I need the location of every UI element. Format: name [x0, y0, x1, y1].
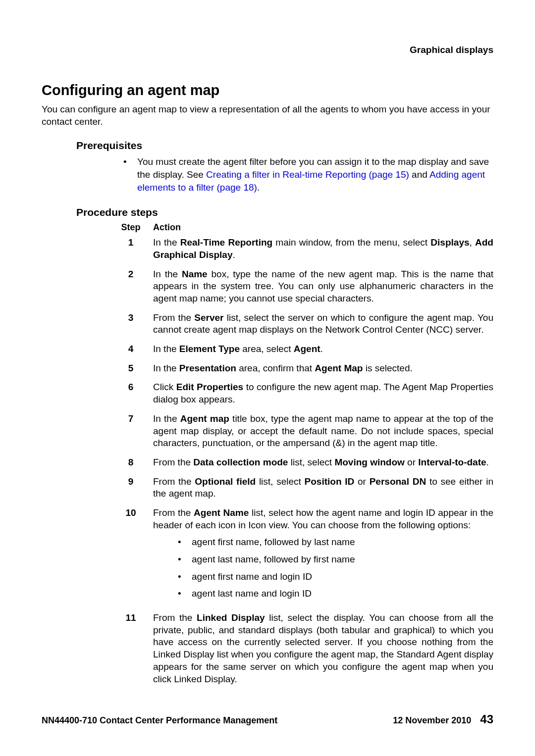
bold-text: Interval-to-date: [418, 457, 486, 467]
bold-text: Agent Name: [194, 507, 249, 518]
text: In the: [153, 344, 179, 354]
bold-text: Personal DN: [370, 476, 426, 487]
text: ,: [470, 237, 476, 248]
list-item: agent last name, followed by first name: [178, 554, 493, 566]
text: Click: [153, 382, 176, 392]
text: list, select the display. You can choose…: [153, 612, 493, 684]
step-row: In the Presentation area, confirm that A…: [108, 362, 493, 375]
step-action: In the Real-Time Reporting main window, …: [153, 237, 493, 261]
step-row: Click Edit Properties to configure the n…: [108, 381, 493, 405]
bold-text: Server: [194, 312, 223, 323]
steps-list: In the Real-Time Reporting main window, …: [108, 237, 493, 685]
bold-text: Element Type: [179, 344, 240, 354]
text: .: [233, 250, 235, 260]
text: is selected.: [363, 363, 412, 373]
step-action: In the Presentation area, confirm that A…: [153, 362, 493, 375]
bold-text: Agent map: [180, 413, 229, 424]
text: main window, from the menu, select: [272, 237, 430, 248]
text: From the: [153, 312, 194, 323]
text: From the: [153, 612, 197, 623]
step-action: From the Data collection mode list, sele…: [153, 456, 493, 469]
link-creating-filter[interactable]: Creating a filter in Real-time Reporting…: [206, 169, 409, 180]
list-item: agent last name and login ID: [178, 588, 493, 600]
text: area, select: [240, 344, 294, 354]
prerequisites-list: You must create the agent filter before …: [42, 155, 493, 194]
bold-text: Displays: [430, 237, 469, 248]
step-row: From the Linked Display list, select the…: [108, 612, 493, 685]
page-footer: NN44400-710 Contact Center Performance M…: [42, 712, 493, 726]
bold-text: Edit Properties: [176, 382, 243, 392]
text: In the: [153, 237, 180, 248]
footer-doc-title: NN44400-710 Contact Center Performance M…: [42, 715, 277, 726]
bold-text: Name: [182, 269, 208, 279]
text: list, select: [256, 476, 304, 487]
intro-paragraph: You can configure an agent map to view a…: [42, 103, 493, 128]
step-action: From the Linked Display list, select the…: [153, 612, 493, 685]
text: area, confirm that: [236, 363, 315, 373]
column-header-step: Step: [108, 222, 153, 233]
text: From the: [153, 507, 194, 518]
bold-text: Agent: [294, 344, 321, 354]
procedure-steps-heading: Procedure steps: [76, 206, 493, 218]
list-item: agent first name and login ID: [178, 571, 493, 583]
text: From the: [153, 457, 193, 467]
page: Graphical displays Configuring an agent …: [0, 0, 535, 756]
step-row: From the Agent Name list, select how the…: [108, 507, 493, 605]
text: or: [405, 457, 418, 467]
bold-text: Position ID: [305, 476, 355, 487]
step-action: In the Element Type area, select Agent.: [153, 343, 493, 355]
bold-text: Optional field: [195, 476, 256, 487]
section-title: Configuring an agent map: [42, 82, 493, 99]
step-row: From the Server list, select the server …: [108, 312, 493, 336]
bold-text: Data collection mode: [193, 457, 288, 467]
text: .: [257, 182, 260, 193]
step-action: In the Agent map title box, type the age…: [153, 413, 493, 450]
text: and: [409, 169, 429, 180]
step-row: In the Real-Time Reporting main window, …: [108, 237, 493, 261]
column-header-action: Action: [153, 222, 493, 233]
list-item: agent first name, followed by last name: [178, 536, 493, 549]
step-action: From the Optional field list, select Pos…: [153, 476, 493, 500]
step-row: In the Name box, type the name of the ne…: [108, 268, 493, 305]
running-header: Graphical displays: [42, 45, 493, 55]
footer-date: 12 November 2010: [393, 715, 471, 726]
text: .: [486, 457, 489, 467]
text: or: [354, 476, 369, 487]
steps-table: Step Action In the Real-Time Reporting m…: [108, 222, 493, 685]
step-row: From the Optional field list, select Pos…: [108, 476, 493, 500]
steps-header-row: Step Action: [108, 222, 493, 233]
footer-page-number: 43: [480, 712, 493, 726]
text: In the: [153, 413, 180, 424]
step-action: Click Edit Properties to configure the n…: [153, 381, 493, 405]
prerequisites-heading: Prerequisites: [76, 140, 493, 151]
text: list, select: [288, 457, 334, 467]
step-action: From the Agent Name list, select how the…: [153, 507, 493, 605]
text: In the: [153, 363, 179, 373]
step-row: In the Agent map title box, type the age…: [108, 413, 493, 450]
list-item: You must create the agent filter before …: [123, 155, 493, 194]
bold-text: Agent Map: [315, 363, 363, 373]
step-action: In the Name box, type the name of the ne…: [153, 268, 493, 305]
bold-text: Real-Time Reporting: [180, 237, 272, 248]
bold-text: Presentation: [179, 363, 236, 373]
step-row: From the Data collection mode list, sele…: [108, 456, 493, 469]
bold-text: Moving window: [334, 457, 404, 467]
bold-text: Linked Display: [197, 612, 265, 623]
text: In the: [153, 269, 182, 279]
step-row: In the Element Type area, select Agent.: [108, 343, 493, 355]
step-action: From the Server list, select the server …: [153, 312, 493, 336]
text: .: [321, 344, 323, 354]
text: From the: [153, 476, 195, 487]
sub-list: agent first name, followed by last name …: [153, 536, 493, 600]
